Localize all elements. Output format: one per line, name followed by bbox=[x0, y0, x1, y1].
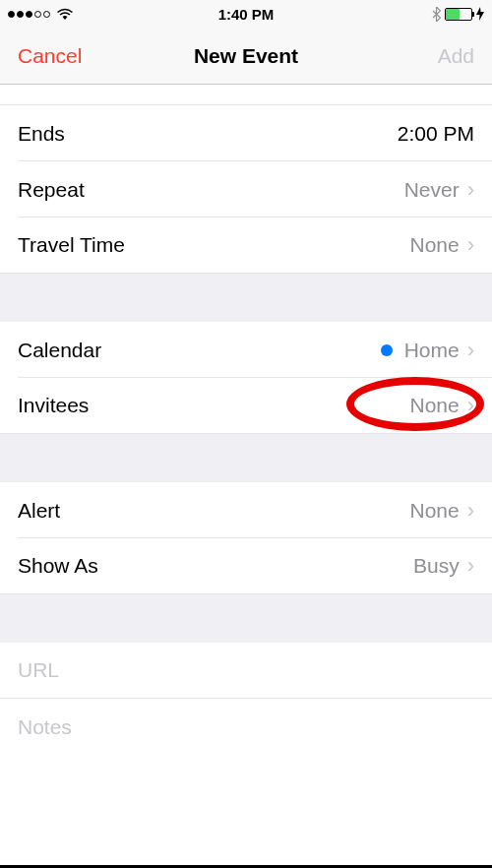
invitees-row[interactable]: Invitees None › bbox=[0, 378, 492, 434]
invitees-label: Invitees bbox=[18, 394, 89, 417]
chevron-right-icon: › bbox=[467, 338, 474, 363]
section-gap bbox=[0, 434, 492, 482]
calendar-label: Calendar bbox=[18, 339, 101, 362]
repeat-value: Never bbox=[404, 178, 460, 202]
calendar-color-dot-icon bbox=[381, 344, 393, 356]
nav-bar: Cancel New Event Add bbox=[0, 28, 492, 85]
show-as-value: Busy bbox=[413, 554, 460, 578]
chevron-right-icon: › bbox=[467, 553, 474, 579]
status-bar: 1:40 PM bbox=[0, 0, 492, 28]
status-left bbox=[8, 8, 74, 21]
nav-title: New Event bbox=[194, 44, 298, 68]
chevron-right-icon: › bbox=[467, 232, 474, 258]
alert-value: None bbox=[409, 499, 459, 523]
travel-time-label: Travel Time bbox=[18, 233, 125, 257]
chevron-right-icon: › bbox=[467, 393, 474, 418]
ends-label: Ends bbox=[18, 122, 65, 146]
status-time: 1:40 PM bbox=[218, 6, 275, 23]
url-row[interactable]: URL bbox=[0, 643, 492, 699]
chevron-right-icon: › bbox=[467, 177, 474, 203]
show-as-label: Show As bbox=[18, 554, 98, 578]
ends-row[interactable]: Ends 2:00 PM bbox=[0, 105, 492, 161]
section-gap bbox=[0, 594, 492, 643]
content: Ends 2:00 PM Repeat Never › Travel Time … bbox=[0, 85, 492, 868]
alert-label: Alert bbox=[18, 499, 60, 523]
show-as-row[interactable]: Show As Busy › bbox=[0, 538, 492, 594]
alert-row[interactable]: Alert None › bbox=[0, 482, 492, 538]
partial-row bbox=[0, 85, 492, 105]
url-placeholder: URL bbox=[18, 658, 59, 682]
travel-time-value: None bbox=[409, 233, 459, 257]
repeat-row[interactable]: Repeat Never › bbox=[0, 161, 492, 217]
charging-icon bbox=[476, 7, 484, 21]
notes-placeholder: Notes bbox=[18, 715, 72, 739]
battery-icon bbox=[445, 8, 472, 21]
invitees-value: None bbox=[409, 394, 459, 417]
calendar-value: Home bbox=[404, 339, 460, 362]
bluetooth-icon bbox=[432, 7, 441, 22]
section-gap bbox=[0, 274, 492, 322]
ends-value: 2:00 PM bbox=[398, 122, 474, 146]
notes-area[interactable] bbox=[0, 755, 492, 868]
calendar-row[interactable]: Calendar Home › bbox=[0, 322, 492, 378]
cancel-button[interactable]: Cancel bbox=[18, 44, 82, 68]
status-right bbox=[432, 7, 484, 22]
chevron-right-icon: › bbox=[467, 498, 474, 524]
travel-time-row[interactable]: Travel Time None › bbox=[0, 217, 492, 274]
notes-row[interactable]: Notes bbox=[0, 699, 492, 755]
wifi-icon bbox=[56, 8, 74, 21]
add-button[interactable]: Add bbox=[438, 44, 474, 68]
signal-strength-icon bbox=[8, 11, 50, 18]
repeat-label: Repeat bbox=[18, 178, 85, 202]
